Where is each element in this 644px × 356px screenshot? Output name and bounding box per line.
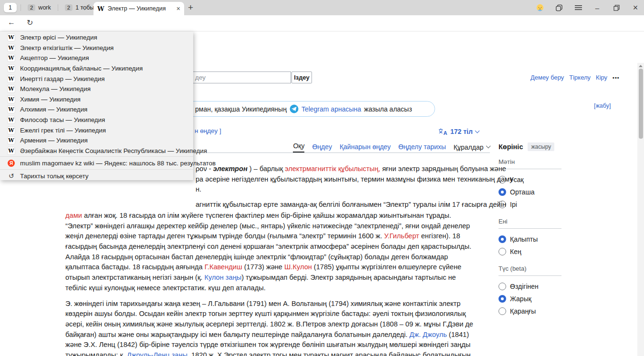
article-link[interactable]: Дж. Джоуль bbox=[409, 331, 447, 338]
suggestion-item[interactable]: WХимия — Уикипедия bbox=[0, 94, 193, 105]
red-link[interactable]: Г.Кавендиш bbox=[205, 263, 242, 271]
tab-group-chip[interactable]: 2work bbox=[25, 3, 54, 12]
suggestion-item[interactable]: WКоординациялық байланыс — Уикипедия bbox=[0, 63, 193, 74]
tab-group-count: 2 bbox=[28, 4, 35, 11]
radio-option[interactable]: Қараңғы bbox=[499, 305, 561, 317]
suggestion-text: Тарихты толық көрсету bbox=[20, 173, 89, 180]
browser-toolbar: ← ↻ kk.wikipedia.org Электр — Уикипедия … bbox=[0, 15, 644, 31]
tab-strip: 12work21 тобы W Электр — Уикипедия × + –… bbox=[0, 0, 644, 15]
page-scrollbar[interactable] bbox=[637, 63, 644, 356]
article-line: дами алған жоқ. 18 ғасырда ол ілім жүйег… bbox=[65, 211, 474, 221]
edit-description-link-fragment[interactable]: н өңдеу ] bbox=[195, 127, 221, 134]
article-text: әсері, кейін оның химиялық және жылулық … bbox=[65, 320, 473, 328]
article-text: дами алған жоқ. 18 ғасырда ол ілім жүйег… bbox=[65, 211, 474, 356]
tab-group-chip[interactable]: 21 тобы bbox=[62, 3, 97, 12]
yandex-suggestion-item[interactable]: Я muslim magomaev kz wiki — Яндекс: нашл… bbox=[0, 157, 193, 169]
radio-option[interactable]: Өздігінен bbox=[499, 280, 561, 293]
article-line: тебіліс күші кулондық немесе электрстати… bbox=[65, 283, 474, 294]
article-line: көздерін ашуы болды. Осыдан кейін электр… bbox=[65, 309, 474, 319]
wikipedia-icon: W bbox=[8, 34, 15, 41]
reload-icon[interactable]: ↻ bbox=[27, 18, 33, 27]
article-text: байқаған) ашты және оны жарықтандыру ісі… bbox=[65, 331, 409, 338]
new-tab-button[interactable]: + bbox=[188, 2, 193, 13]
article-link[interactable]: Джоуль-Ленц заңы bbox=[127, 351, 187, 356]
article-text-clipped: ρον - электрон ) – барлық электрмагнитті… bbox=[196, 164, 513, 210]
suggestion-item[interactable]: WИнертті газдар — Уикипедия bbox=[0, 73, 193, 84]
browser-menu-icon[interactable] bbox=[574, 4, 582, 11]
radio-checked[interactable] bbox=[499, 235, 506, 243]
suggestion-item[interactable]: WФилософ тасы — Уикипедия bbox=[0, 115, 193, 125]
suggestion-text: Алхимия — Уикипедия bbox=[20, 106, 87, 113]
suggestion-text: Армения — Уикипедия bbox=[20, 137, 88, 144]
article-text: н. bbox=[196, 185, 201, 193]
article-text: ра әсеріне негізделген құбылыстардың жиы… bbox=[196, 175, 513, 183]
radio-unchecked[interactable] bbox=[499, 248, 506, 255]
article-text: тұжырымдарды; қ. bbox=[65, 351, 127, 356]
suggestion-text: Координациялық байланыс — Уикипедия bbox=[20, 65, 143, 72]
header-link[interactable]: Кіру bbox=[596, 74, 607, 81]
profile-avatar[interactable] bbox=[536, 4, 544, 11]
appearance-options: ӨздігіненЖарықҚараңғы bbox=[499, 280, 561, 317]
radio-option[interactable]: Жарық bbox=[499, 293, 561, 305]
red-link[interactable]: У.Гильберт bbox=[384, 232, 419, 240]
banner-text-after: жазыла аласыз bbox=[364, 105, 412, 113]
radio-label: Орташа bbox=[510, 188, 534, 196]
window-maximize-button[interactable] bbox=[613, 4, 620, 11]
suggestion-item[interactable]: WМолекула — Уикипедия bbox=[0, 84, 193, 94]
active-tab[interactable]: W Электр — Уикипедия × bbox=[93, 2, 184, 15]
red-link[interactable]: Ш.Кулон bbox=[284, 263, 312, 271]
window-close-button[interactable]: × bbox=[632, 4, 639, 11]
view-tab[interactable]: Қайнарын өңдеу bbox=[340, 142, 391, 153]
suggestion-item[interactable]: WАлхимия — Уикипедия bbox=[0, 104, 193, 115]
language-selector[interactable]: A 172 тіл bbox=[438, 128, 479, 135]
article-text: алған жоқ. 18 ғасырда ол ілім жүйеге түс… bbox=[82, 212, 451, 219]
tab-group-chip[interactable]: 1 bbox=[4, 3, 17, 12]
back-icon[interactable]: ← bbox=[8, 18, 15, 27]
scrollbar-up-arrow[interactable] bbox=[639, 65, 643, 67]
view-tab[interactable]: Құралдар bbox=[454, 142, 489, 153]
radio-option[interactable]: Кең bbox=[499, 245, 561, 258]
tab-panels-icon[interactable] bbox=[555, 4, 563, 11]
wiki-search-placeholder-fragment: деу bbox=[195, 74, 206, 81]
wikipedia-icon: W bbox=[8, 147, 15, 154]
header-more-button[interactable]: ••• bbox=[613, 75, 620, 81]
suggestion-item[interactable]: WЭлектр өткізгіштік — Уикипедия bbox=[0, 43, 193, 53]
suggestion-item[interactable]: WАрмения — Уикипедия bbox=[0, 135, 193, 146]
appearance-hide-button[interactable]: жасыру bbox=[528, 142, 554, 151]
scrollbar-thumb[interactable] bbox=[639, 69, 643, 139]
article-text: агниттік құбылыстар ерте заманда-ақ белг… bbox=[196, 201, 506, 208]
radio-option[interactable]: Қалыпты bbox=[499, 233, 561, 245]
wikipedia-icon: W bbox=[8, 96, 15, 103]
red-link[interactable]: электрмагниттік құбылыстың, bbox=[285, 165, 380, 173]
article-text: енгізген). 18 bbox=[419, 232, 460, 240]
radio-checked[interactable] bbox=[499, 295, 506, 303]
omnibox-dropdown: WЭлектр өрісі — УикипедияWЭлектр өткізгі… bbox=[0, 31, 193, 180]
view-tab[interactable]: Өңделу тарихы bbox=[398, 142, 446, 153]
suggestion-text: Электр өрісі — Уикипедия bbox=[20, 34, 97, 41]
suggestion-item[interactable]: WӘзербайжан Кеңестік Социалистік Республ… bbox=[0, 146, 193, 156]
radio-unchecked[interactable] bbox=[499, 307, 506, 315]
suggestion-text: Инертті газдар — Уикипедия bbox=[20, 75, 105, 82]
article-text: ) – барлық bbox=[248, 165, 285, 173]
appearance-title: Көрініс bbox=[499, 143, 523, 151]
wiki-search-button[interactable]: Іздеу bbox=[291, 71, 312, 83]
banner-close-link[interactable]: [жабу] bbox=[594, 102, 611, 109]
window-minimize-button[interactable]: – bbox=[593, 4, 601, 11]
suggestion-item[interactable]: WЕжелгі грек тілі — Уикипедия bbox=[0, 125, 193, 135]
header-link[interactable]: Демеу беру bbox=[530, 74, 564, 81]
show-full-history-item[interactable]: ↺ Тарихты толық көрсету bbox=[0, 170, 193, 182]
divider bbox=[0, 156, 193, 157]
article-text: электрон bbox=[213, 165, 248, 173]
header-link[interactable]: Тіркелу bbox=[569, 74, 591, 81]
view-tab[interactable]: Өңдеу bbox=[312, 142, 332, 153]
telegram-channel-link[interactable]: Telegram арнасына bbox=[301, 105, 361, 113]
tab-close-icon[interactable]: × bbox=[177, 5, 180, 12]
article-link[interactable]: Кулон заңы bbox=[204, 274, 241, 281]
suggestion-item[interactable]: WЭлектр өрісі — Уикипедия bbox=[0, 32, 193, 43]
article-line: ра әсеріне негізделген құбылыстардың жиы… bbox=[196, 174, 513, 185]
red-link[interactable]: дами bbox=[65, 212, 82, 219]
suggestion-item[interactable]: WАкцептор — Уикипедия bbox=[0, 53, 193, 63]
view-tab[interactable]: Оқу bbox=[293, 141, 304, 153]
radio-unchecked[interactable] bbox=[499, 283, 506, 290]
suggestion-text: Ежелгі грек тілі — Уикипедия bbox=[20, 127, 106, 134]
